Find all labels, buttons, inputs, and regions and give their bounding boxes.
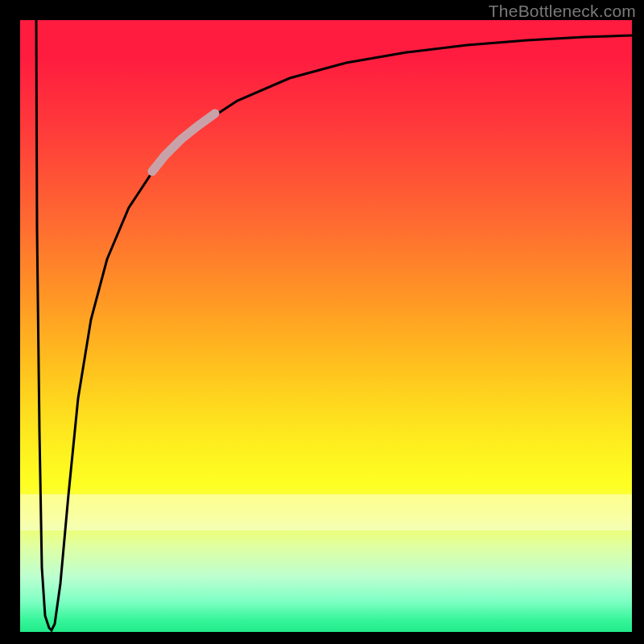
watermark: TheBottleneck.com: [489, 2, 636, 21]
plot-area: [20, 20, 632, 632]
chart-frame: TheBottleneck.com: [0, 0, 644, 644]
